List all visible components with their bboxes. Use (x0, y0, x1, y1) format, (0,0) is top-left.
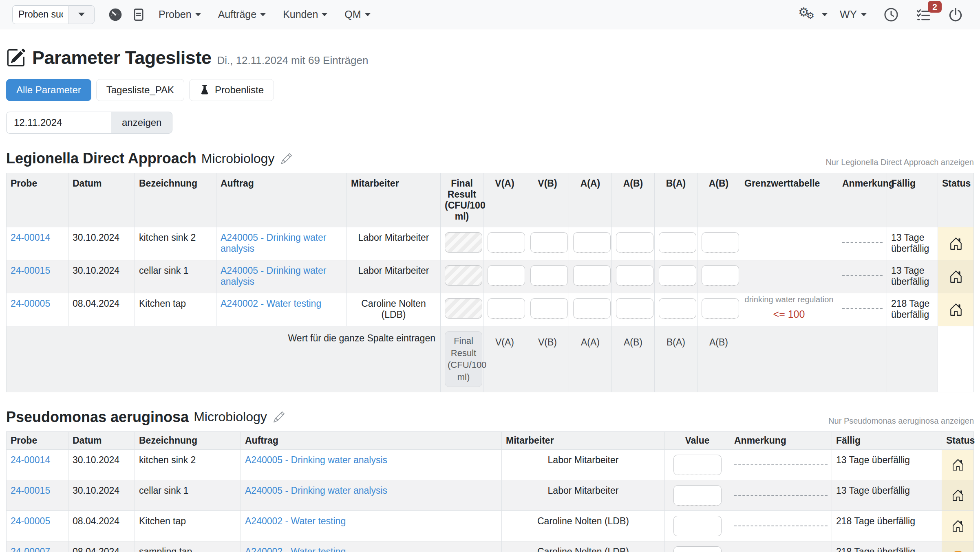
auftrag-link[interactable]: A240005 - Drinking water analysis (221, 232, 327, 254)
datum-cell: 30.10.2024 (68, 480, 135, 510)
edit-page-icon[interactable] (6, 48, 26, 68)
probe-link[interactable]: 24-00014 (11, 232, 50, 243)
vb-input[interactable] (530, 232, 568, 253)
fill-ba-button[interactable]: B(A) (667, 337, 685, 348)
home-icon (942, 303, 969, 317)
ab2-input[interactable] (702, 232, 739, 253)
user-menu[interactable]: WY (840, 8, 867, 21)
col-ab2: A(B) (697, 173, 740, 227)
auftrag-link[interactable]: A240002 - Water testing (221, 298, 321, 309)
col-vb: V(B) (526, 173, 569, 227)
col-grenzwerttabelle: Grenzwerttabelle (740, 173, 838, 227)
col-va: V(A) (483, 173, 526, 227)
anmerkung-field[interactable] (734, 464, 828, 465)
search-dropdown-button[interactable] (68, 5, 95, 24)
empty-cell (938, 326, 974, 392)
anmerkung-field[interactable] (842, 308, 883, 309)
aa-input[interactable] (573, 298, 611, 319)
vb-input[interactable] (530, 265, 568, 286)
chevron-down-icon (260, 13, 266, 16)
auftrag-link[interactable]: A240005 - Drinking water analysis (221, 265, 327, 287)
probe-link[interactable]: 24-00014 (11, 455, 50, 465)
fill-ab2-button[interactable]: A(B) (709, 337, 728, 348)
value-input[interactable] (673, 455, 722, 475)
menu-proben[interactable]: Proben (159, 9, 201, 20)
pseudomonas-table: Probe Datum Bezeichnung Auftrag Mitarbei… (6, 431, 974, 552)
fill-aa-button[interactable]: A(A) (581, 337, 600, 348)
probenliste-button[interactable]: Probenliste (189, 79, 274, 101)
aa-input[interactable] (573, 232, 611, 253)
grenzwert-cell (740, 227, 838, 260)
final-result-input-disabled (445, 232, 482, 253)
task-list-button[interactable]: 2 (916, 7, 931, 22)
auftrag-link[interactable]: A240002 - Water testing (245, 516, 346, 526)
edit-section-icon[interactable] (281, 153, 292, 164)
col-bezeichnung: Bezeichnung (135, 431, 241, 449)
probe-link[interactable]: 24-00005 (11, 298, 50, 309)
ba-input[interactable] (659, 232, 696, 253)
ab2-input[interactable] (702, 265, 739, 286)
faellig-cell: 218 Tage überfällig (832, 541, 942, 552)
date-selector: anzeigen (6, 112, 974, 134)
ba-input[interactable] (659, 265, 696, 286)
auftrag-link[interactable]: A240005 - Drinking water analysis (245, 485, 387, 496)
col-auftrag: Auftrag (216, 173, 347, 227)
ab-input[interactable] (616, 265, 653, 286)
fill-vb-button[interactable]: V(B) (538, 337, 557, 348)
dashboard-icon[interactable] (108, 8, 122, 22)
auftrag-link[interactable]: A240005 - Drinking water analysis (245, 455, 387, 465)
empty-cell (838, 326, 887, 392)
menu-qm[interactable]: QM (344, 9, 370, 20)
col-ba: B(A) (655, 173, 697, 227)
menu-proben-label: Proben (159, 9, 192, 20)
settings-menu[interactable]: ⚙ ⚙ (798, 7, 828, 23)
aa-input[interactable] (573, 265, 611, 286)
document-icon[interactable] (132, 8, 145, 22)
flask-icon (199, 84, 210, 96)
probe-link[interactable]: 24-00005 (11, 516, 50, 526)
auftrag-link[interactable]: A240002 - Water testing (245, 546, 346, 552)
probe-link[interactable]: 24-00015 (11, 485, 50, 496)
pseudomonas-section-header: Pseudomonas aeruginosa Microbiology Nur … (6, 409, 974, 426)
value-input[interactable] (673, 516, 722, 536)
ab-input[interactable] (616, 232, 653, 253)
menu-kunden[interactable]: Kunden (283, 9, 327, 20)
fill-ab-button[interactable]: A(B) (624, 337, 642, 348)
va-input[interactable] (488, 265, 525, 286)
probe-link[interactable]: 24-00015 (11, 265, 50, 276)
filter-buttons: Alle Parameter Tagesliste_PAK Probenlist… (6, 79, 974, 101)
final-result-input-disabled (445, 265, 482, 286)
top-navbar: Proben Aufträge Kunden QM ⚙ ⚙ WY (0, 0, 980, 29)
fill-final-result-button[interactable]: Final Result (CFU/100 ml) (445, 331, 482, 387)
tagesliste-pak-button[interactable]: Tagesliste_PAK (96, 79, 184, 101)
fill-va-button[interactable]: V(A) (495, 337, 514, 348)
ba-input[interactable] (659, 298, 696, 319)
menu-auftraege-label: Aufträge (218, 9, 257, 20)
va-input[interactable] (488, 232, 525, 253)
search-input[interactable] (12, 5, 68, 24)
anmerkung-field[interactable] (734, 526, 828, 526)
all-parameters-button[interactable]: Alle Parameter (6, 79, 91, 101)
datum-cell: 08.04.2024 (68, 541, 135, 552)
faellig-cell: 218 Tage überfällig (887, 293, 938, 326)
value-input[interactable] (673, 485, 722, 506)
journal-icon (946, 550, 969, 552)
show-button[interactable]: anzeigen (111, 112, 172, 134)
only-pseudomonas-link[interactable]: Nur Pseudomonas aeruginosa anzeigen (828, 416, 974, 426)
edit-section-icon[interactable] (274, 411, 285, 422)
mitarbeiter-cell: Caroline Nolten (LDB) (502, 510, 665, 541)
ab-input[interactable] (616, 298, 653, 319)
probe-link[interactable]: 24-00007 (11, 546, 50, 552)
history-clock-icon[interactable] (884, 7, 898, 22)
vb-input[interactable] (530, 298, 568, 319)
anmerkung-field[interactable] (842, 275, 883, 276)
ab2-input[interactable] (702, 298, 739, 319)
anmerkung-field[interactable] (842, 242, 883, 243)
va-input[interactable] (488, 298, 525, 319)
menu-auftraege[interactable]: Aufträge (218, 9, 266, 20)
value-input[interactable] (673, 546, 722, 552)
date-input[interactable] (6, 112, 111, 134)
only-legionella-link[interactable]: Nur Legionella Direct Approach anzeigen (825, 158, 974, 167)
logout-power-icon[interactable] (948, 7, 963, 22)
anmerkung-field[interactable] (734, 495, 828, 496)
